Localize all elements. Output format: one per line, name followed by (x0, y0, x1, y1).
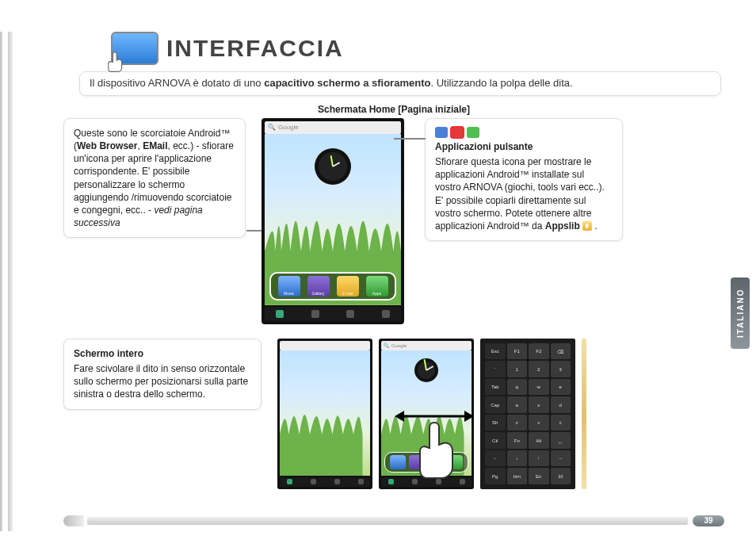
keyboard-key: Ctl (485, 432, 506, 449)
dock-icon-apps: Apps (366, 276, 388, 297)
phone-dock: Music Gallery E-mail Apps (269, 272, 396, 300)
phone-mock-left (277, 339, 372, 489)
keyboard-key: d (551, 396, 571, 413)
keyboard-key: ↓ (507, 450, 528, 467)
mini-icon-3 (467, 127, 479, 138)
page-title: INTERFACCIA (166, 35, 344, 62)
touchscreen-badge (111, 32, 158, 65)
keyboard-key: ` (485, 361, 506, 377)
pointing-hand-icon (105, 48, 130, 73)
callout-apps-button: Applicazioni pulsante Sfiorare questa ic… (425, 118, 623, 241)
keyboard-key: Sh (485, 415, 506, 431)
intro-text-bold: capacitivo schermo a sfioramento (264, 77, 430, 89)
apps-small-icons (435, 127, 613, 138)
keyboard-key: ⌫ (551, 343, 571, 360)
footer-wave-icon (63, 515, 84, 526)
language-tab: ITALIANO (731, 278, 750, 349)
shortcuts-bold-1: Web Browser (77, 140, 137, 151)
keyboard-key: ↑ (529, 450, 549, 467)
page-spine-outer (0, 32, 2, 531)
clock-widget (315, 148, 351, 185)
mini-icon-1 (435, 127, 448, 138)
appslib-icon (582, 221, 592, 231)
phone-mock-keyboard: EscF1F2⌫`123TabqweCapasdShzxcCtlFnAlt␣←↓… (480, 339, 575, 489)
keyboard-key: 2 (529, 361, 549, 377)
keyboard-key: Pg (485, 468, 506, 484)
search-label: Google (278, 124, 299, 131)
keyboard-key: 1 (507, 361, 528, 377)
keyboard-key: 3 (551, 361, 571, 377)
keyboard-key: z (507, 415, 528, 431)
keyboard-key: a (507, 396, 528, 413)
keyboard-key: c (551, 415, 571, 431)
intro-text-pre: Il dispositivo ARNOVA è dotato di uno (90, 77, 264, 89)
keyboard-key: Alt (529, 432, 549, 449)
keyboard-key: e (551, 379, 571, 396)
phone-search-bar: 🔍 Google (265, 121, 401, 134)
dock-icon-gallery: Gallery (307, 276, 330, 297)
device-edge (582, 339, 586, 489)
apps-heading: Applicazioni pulsante (435, 140, 613, 153)
callout-swipe: Schermo intero Fare scivolare il dito in… (63, 339, 262, 410)
keyboard-key: Tab (485, 379, 506, 396)
dock-icon-email: E-mail (337, 276, 359, 297)
keyboard-key: w (529, 379, 549, 396)
swipe-body: Fare scivolare il dito in senso orizzont… (74, 362, 251, 401)
footer-bar (87, 517, 688, 525)
keyboard-key: Esc (485, 343, 506, 360)
page-number: 39 (693, 515, 724, 526)
search-icon: 🔍 (268, 124, 276, 131)
home-screen-label: Schermata Home [Pagina iniziale] (63, 104, 724, 115)
swipe-heading: Schermo intero (74, 347, 251, 360)
keyboard-key: F1 (507, 343, 528, 360)
keyboard-key: q (507, 379, 528, 396)
keyboard-key: En (529, 468, 549, 484)
leader-line-right (394, 138, 426, 140)
callout-shortcuts: Queste sono le scorciatoie Android™ (Web… (63, 118, 246, 239)
dock-icon-music: Music (278, 276, 300, 297)
keyboard-key: → (551, 450, 571, 467)
phone-mock-main: 🔍 Google Music Gallery E-mail Apps (262, 118, 404, 324)
page-footer: 39 (63, 515, 724, 526)
apps-body-post: . (592, 220, 598, 232)
keyboard-key: Fn (507, 432, 528, 449)
keyboard-key: s (529, 396, 549, 413)
phone-nav-buttons (265, 307, 401, 321)
shortcuts-bold-2: EMail (143, 140, 167, 151)
search-icon: 🔍 (384, 343, 389, 348)
intro-text-post: . Utilizzando la polpa delle dita. (430, 77, 572, 89)
keyboard-key: ← (485, 450, 506, 467)
intro-box: Il dispositivo ARNOVA è dotato di uno ca… (79, 71, 721, 96)
keyboard-key: Dl (551, 468, 571, 484)
keyboard-key: Cap (485, 396, 506, 413)
page-spine-inner (8, 32, 13, 531)
mini-icon-highlight (451, 127, 464, 138)
keyboard-key: x (529, 415, 549, 431)
phone-mock-middle: 🔍Google (379, 339, 474, 489)
keyboard-key: Hm (507, 468, 528, 484)
keyboard-key: F2 (529, 343, 549, 360)
apps-body-bold: Appslib (545, 220, 580, 232)
keyboard-key: ␣ (551, 432, 571, 449)
